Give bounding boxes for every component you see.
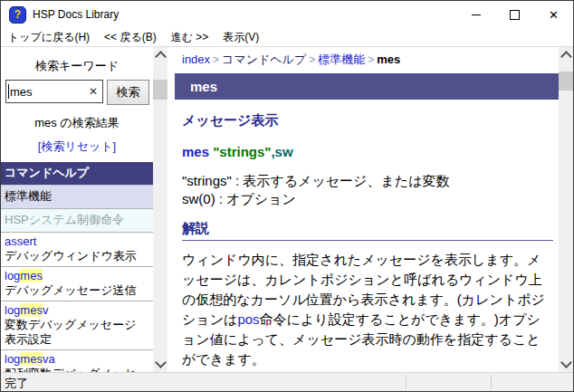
menu-view[interactable]: 表示(V) — [215, 30, 266, 45]
match-highlight: mes — [20, 352, 43, 366]
parameter-list: "strings" : 表示するメッセージ、または変数 sw(0) : オプショ… — [182, 172, 559, 208]
status-divider — [491, 375, 492, 389]
search-button[interactable]: 検索 — [107, 80, 149, 105]
menu-back[interactable]: << 戻る(B) — [97, 30, 164, 45]
menu-back-to-top[interactable]: トップに戻る(H) — [1, 30, 97, 45]
command-link[interactable]: assert — [5, 234, 149, 249]
pos-link[interactable]: pos — [237, 311, 259, 327]
status-text: 完了 — [5, 376, 28, 392]
scroll-up-button[interactable] — [559, 47, 573, 62]
sidebar-scrollbar[interactable] — [153, 47, 167, 372]
syntax-param-sw: ,sw — [271, 144, 292, 159]
command-help-list: コマンドヘルプ 標準機能 HSPシステム制御命令 assert デバッグウィンド… — [1, 162, 153, 372]
status-bar: 完了 — [1, 372, 573, 391]
command-description: 変数デバッグメッセージ表示設定 — [5, 318, 140, 347]
chevron-down-icon — [560, 357, 572, 368]
text-caret — [8, 84, 9, 99]
description: ウィンドウ内に、指定されたメッセージを表示します。メッセージは、カレントポジショ… — [182, 250, 546, 369]
syntax-command: mes — [182, 144, 209, 159]
app-icon: ? — [9, 6, 26, 24]
menu-bar: トップに戻る(H) << 戻る(B) 進む >> 表示(V) — [1, 28, 573, 47]
command-description: デバッグウィンドウ表示 — [5, 249, 140, 263]
close-button[interactable]: ✕ — [534, 1, 573, 28]
breadcrumb-separator: > — [306, 53, 318, 66]
window-title: HSP Docs Library — [33, 8, 119, 21]
breadcrumb-current: mes — [377, 53, 400, 66]
scroll-down-button[interactable] — [559, 357, 573, 372]
content-scrollbar[interactable] — [559, 47, 573, 372]
search-row: mes ✕ 検索 — [5, 80, 149, 105]
help-question-icon: ? — [14, 8, 21, 21]
search-reset-link[interactable]: [検索リセット] — [1, 139, 153, 155]
command-description: デバッグメッセージ送信 — [5, 283, 140, 298]
window-controls: ✕ — [456, 1, 573, 28]
list-item-logmesva[interactable]: logmesva 配列変数デバッグメッセージ表示設定 — [1, 350, 153, 372]
breadcrumb-index[interactable]: index — [182, 53, 210, 66]
page-title: mes — [190, 79, 217, 94]
syntax-line: mes "strings",sw — [182, 144, 559, 159]
breadcrumb-separator: > — [210, 53, 222, 66]
maximize-button[interactable] — [495, 1, 534, 28]
breadcrumb-separator: > — [365, 53, 377, 66]
syntax-param-strings: "strings" — [209, 144, 271, 159]
list-item-assert[interactable]: assert デバッグウィンドウ表示 — [1, 233, 153, 267]
search-label: 検索キーワード — [1, 58, 153, 74]
param-strings: "strings" : 表示するメッセージ、または変数 — [182, 172, 559, 190]
param-sw: sw(0) : オプション — [182, 190, 559, 208]
scroll-down-button[interactable] — [153, 357, 167, 372]
breadcrumb-standard[interactable]: 標準機能 — [318, 53, 365, 66]
list-header-command-help: コマンドヘルプ — [1, 162, 153, 186]
close-icon: ✕ — [549, 9, 559, 21]
status-divider — [406, 375, 407, 389]
minimize-button[interactable] — [456, 1, 495, 28]
list-item-hsp-system-category: HSPシステム制御命令 — [1, 209, 153, 233]
section-divider — [182, 240, 553, 241]
command-summary: メッセージ表示 — [182, 112, 559, 129]
search-result-text: mes の検索結果 — [1, 115, 153, 131]
content-pane: index>コマンドヘルプ>標準機能>mes mes メッセージ表示 mes "… — [167, 47, 559, 372]
command-link[interactable]: logmes — [5, 269, 149, 283]
chevron-up-icon — [155, 51, 167, 62]
chevron-down-icon — [155, 357, 167, 368]
command-link[interactable]: logmesv — [5, 303, 149, 318]
list-item-standard-category[interactable]: 標準機能 — [1, 186, 153, 209]
match-highlight: mes — [20, 269, 43, 282]
content-scrollbar-thumb[interactable] — [559, 72, 573, 91]
sidebar: 検索キーワード mes ✕ 検索 mes の検索結果 [検索リセット] コマンド… — [1, 47, 153, 372]
list-item-logmes[interactable]: logmes デバッグメッセージ送信 — [1, 267, 153, 301]
chevron-up-icon — [560, 51, 572, 62]
sidebar-scrollbar-thumb[interactable] — [153, 80, 167, 100]
app-window: ? HSP Docs Library ✕ トップに戻る(H) << 戻る(B) … — [0, 0, 574, 392]
command-link[interactable]: logmesva — [5, 352, 149, 367]
list-item-logmesv[interactable]: logmesv 変数デバッグメッセージ表示設定 — [1, 301, 153, 350]
breadcrumb-command-help[interactable]: コマンドヘルプ — [222, 53, 306, 66]
minimize-icon — [472, 14, 481, 15]
main-area: 検索キーワード mes ✕ 検索 mes の検索結果 [検索リセット] コマンド… — [1, 47, 573, 372]
menu-forward[interactable]: 進む >> — [164, 30, 216, 45]
clear-search-icon[interactable]: ✕ — [89, 85, 98, 98]
section-heading: 解説 — [182, 220, 559, 237]
match-highlight: mes — [20, 303, 43, 317]
search-input-value: mes — [10, 85, 33, 99]
page-title-bar: mes — [175, 73, 559, 100]
scroll-up-button[interactable] — [153, 47, 167, 62]
breadcrumb: index>コマンドヘルプ>標準機能>mes — [182, 52, 559, 68]
title-bar: ? HSP Docs Library ✕ — [1, 1, 573, 28]
maximize-icon — [510, 10, 520, 20]
search-input[interactable]: mes ✕ — [5, 80, 103, 103]
